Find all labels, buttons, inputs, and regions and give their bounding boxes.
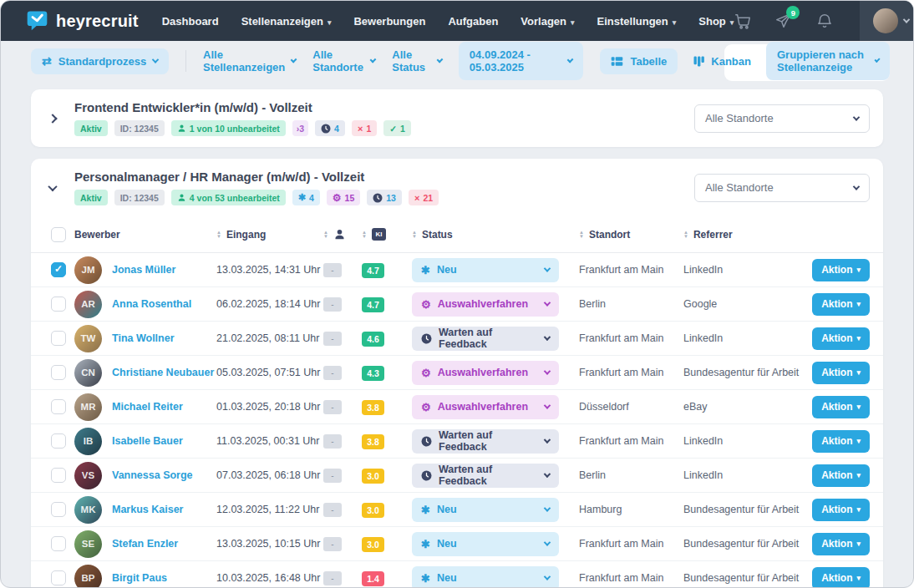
status-icon: ⚙ — [421, 299, 431, 310]
nav-right: 9 — [734, 1, 914, 41]
nav-item[interactable]: Bewerbungen — [353, 15, 425, 28]
row-checkbox[interactable] — [51, 433, 66, 449]
select-all-checkbox[interactable] — [51, 227, 66, 242]
location-select-value: Alle Standorte — [705, 181, 774, 194]
chevron-down-icon — [853, 114, 860, 120]
bell-icon[interactable] — [815, 12, 834, 30]
kanban-view-button[interactable]: Kanban — [693, 55, 751, 68]
status-icon — [421, 333, 432, 344]
applicant-name-link[interactable]: Michael Reiter — [112, 401, 183, 413]
status-select[interactable]: ⚙ Auswahlverfahren — [412, 395, 559, 419]
person-icon — [177, 193, 186, 202]
avatar: TW — [74, 325, 102, 352]
action-button[interactable]: Aktion — [812, 293, 870, 316]
location-select[interactable]: Alle Standorte — [694, 104, 870, 133]
col-status[interactable]: Status — [412, 229, 579, 241]
ki-score-badge: 3.0 — [362, 469, 384, 484]
status-select[interactable]: ✱ Neu — [412, 498, 559, 522]
collapse-button[interactable] — [31, 185, 74, 191]
standort-cell: Frankfurt am Main — [579, 572, 683, 584]
action-button[interactable]: Aktion — [812, 464, 870, 487]
standort-cell: Frankfurt am Main — [579, 538, 683, 550]
status-select[interactable]: Warten auf Feedback — [412, 327, 559, 351]
clock-icon — [321, 124, 331, 134]
status-select[interactable]: ⚙ Auswahlverfahren — [412, 292, 559, 317]
col-person[interactable] — [323, 228, 362, 241]
action-button[interactable]: Aktion — [812, 259, 870, 281]
applicant-name-link[interactable]: Isabelle Bauer — [112, 435, 183, 447]
row-checkbox[interactable] — [51, 502, 66, 517]
col-ki-score[interactable]: KI — [362, 228, 412, 241]
status-select[interactable]: Warten auf Feedback — [412, 464, 559, 488]
filter-dropdown[interactable]: Alle Standorte — [312, 48, 375, 74]
action-button[interactable]: Aktion — [812, 567, 870, 588]
filter-dropdown[interactable]: Alle Stellenanzeigen — [203, 48, 296, 74]
nav-item[interactable]: Aufgaben — [448, 15, 498, 28]
action-button[interactable]: Aktion — [812, 327, 870, 350]
row-checkbox[interactable] — [51, 570, 66, 585]
action-button[interactable]: Aktion — [812, 430, 870, 453]
col-eingang[interactable]: Eingang — [216, 229, 323, 241]
status-select[interactable]: Warten auf Feedback — [412, 429, 559, 454]
chevron-down-icon — [291, 57, 297, 63]
applicant-cell: MK Markus Kaiser — [74, 496, 216, 524]
col-referrer[interactable]: Referrer — [683, 229, 809, 241]
date-range-button[interactable]: 04.09.2024 - 05.03.2025 — [459, 42, 584, 80]
user-menu[interactable] — [860, 1, 914, 41]
table-view-button[interactable]: Tabelle — [600, 48, 678, 74]
status-label: Auswahlverfahren — [438, 367, 528, 378]
nav-item[interactable]: Einstellungen — [597, 15, 677, 28]
chevron-down-icon — [544, 573, 551, 580]
applicant-name-link[interactable]: Markus Kaiser — [112, 504, 183, 515]
applicant-name-link[interactable]: Christiane Neubauer — [112, 367, 214, 378]
avatar: CN — [74, 359, 102, 387]
action-button[interactable]: Aktion — [812, 499, 870, 521]
divider — [185, 50, 186, 72]
expand-button[interactable] — [31, 115, 74, 122]
send-icon[interactable]: 9 — [774, 12, 793, 30]
status-select[interactable]: ✱ Neu — [412, 532, 559, 556]
col-standort[interactable]: Standort — [579, 229, 683, 241]
col-bewerber[interactable]: Bewerber — [74, 229, 216, 241]
nav-item[interactable]: Stellenanzeigen — [241, 15, 332, 28]
row-checkbox[interactable] — [51, 468, 66, 483]
applicant-name-link[interactable]: Birgit Paus — [112, 572, 167, 584]
process-icon: ⇄ — [42, 55, 52, 67]
status-select[interactable]: ✱ Neu — [412, 258, 559, 282]
brand[interactable]: heyrecruit — [26, 8, 139, 34]
applicant-name-link[interactable]: Vannessa Sorge — [112, 469, 193, 481]
row-checkbox[interactable] — [51, 365, 66, 380]
row-checkbox[interactable] — [51, 536, 66, 551]
avatar: BP — [74, 565, 102, 588]
applicant-cell: VS Vannessa Sorge — [74, 462, 216, 489]
nav-item[interactable]: Vorlagen — [520, 15, 574, 28]
applicant-name-link[interactable]: Jonas Müller — [112, 264, 175, 276]
action-button[interactable]: Aktion — [812, 362, 870, 384]
row-checkbox[interactable] — [51, 399, 66, 414]
row-checkbox[interactable] — [51, 297, 66, 312]
row-checkbox[interactable] — [51, 331, 66, 346]
process-filter-button[interactable]: ⇄ Standardprozess — [31, 48, 169, 74]
row-checkbox[interactable] — [51, 262, 66, 277]
applicant-name-link[interactable]: Stefan Enzler — [112, 538, 178, 550]
waiting-count: 13 — [386, 193, 396, 203]
unprocessed-label: 1 von 10 unbearbeitet — [190, 124, 280, 134]
group-by-button[interactable]: Gruppieren nach Stellenanzeige — [766, 42, 890, 80]
cart-icon[interactable] — [734, 12, 752, 30]
status-select[interactable]: ⚙ Auswahlverfahren — [412, 361, 559, 385]
action-button[interactable]: Aktion — [812, 396, 870, 418]
nav-item[interactable]: Dashboard — [162, 15, 219, 28]
received-date: 05.03.2025, 07:51 Uhr — [216, 367, 323, 378]
location-select[interactable]: Alle Standorte — [694, 174, 870, 202]
filter-dropdown[interactable]: Alle Status — [392, 48, 442, 74]
nav-item[interactable]: Shop — [698, 15, 734, 28]
received-date: 06.02.2025, 18:14 Uhr — [216, 298, 323, 310]
status-label: Auswahlverfahren — [438, 298, 528, 310]
selection-count-badge: ⚙15 — [327, 190, 360, 205]
status-select[interactable]: ✱ Neu — [412, 566, 559, 588]
applicant-name-link[interactable]: Anna Rosenthal — [112, 298, 191, 310]
action-button[interactable]: Aktion — [812, 533, 870, 555]
check-icon: ✓ — [389, 124, 397, 134]
applicant-name-link[interactable]: Tina Wollner — [112, 332, 175, 344]
job-id-badge: ID: 12345 — [114, 190, 165, 205]
